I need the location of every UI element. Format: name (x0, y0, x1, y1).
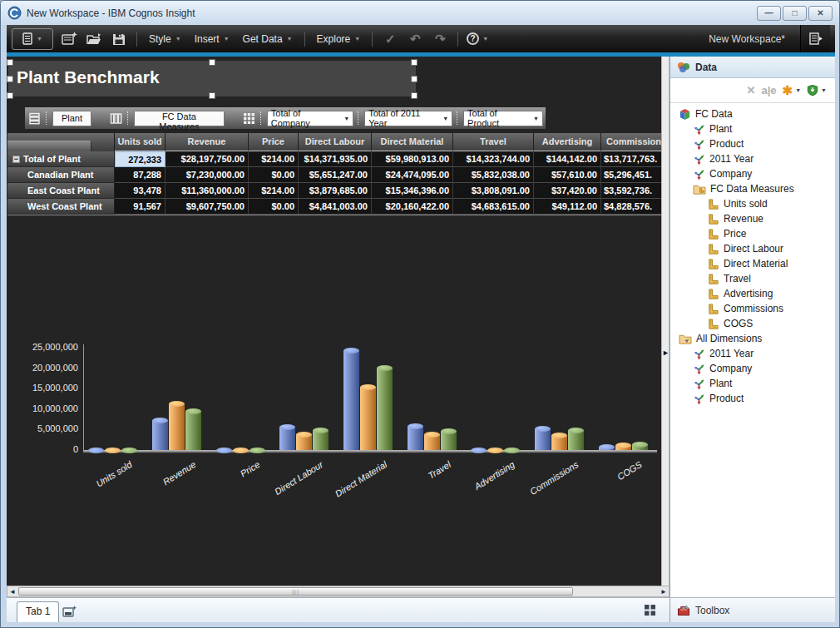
data-cell[interactable]: $3,879,685.00 (299, 183, 372, 199)
column-header[interactable]: Travel (453, 133, 534, 151)
data-cell[interactable]: $9,607,750.00 (166, 199, 249, 215)
maximize-button[interactable]: □ (783, 6, 807, 21)
selection-handle[interactable] (7, 76, 13, 82)
new-workspace-button[interactable] (60, 30, 78, 48)
toolbox-panel-header[interactable]: Toolbox (670, 597, 835, 622)
drag-grip[interactable] (46, 111, 48, 125)
column-header[interactable]: Units sold (115, 133, 166, 151)
data-cell[interactable]: $0.00 (249, 167, 299, 183)
new-calculation-icon[interactable]: ✱▼ (783, 83, 802, 98)
tab-1[interactable]: Tab 1 (17, 601, 59, 622)
tree-item-plant[interactable]: Plant (670, 376, 835, 391)
tree-item-travel[interactable]: Travel (670, 271, 835, 286)
rename-icon[interactable]: a|e (761, 84, 776, 96)
data-cell[interactable]: $7,230,000.00 (166, 167, 249, 183)
columns-dimension-button[interactable]: FC Data Measures (134, 111, 225, 126)
workspace-grid-button[interactable] (644, 604, 656, 616)
new-tab-button[interactable] (62, 605, 77, 619)
row-header[interactable]: −Total of Plant (7, 151, 115, 167)
data-cell[interactable]: $28,197,750.00 (166, 151, 249, 167)
row-header[interactable]: East Coast Plant (7, 183, 115, 199)
selection-handle[interactable] (411, 76, 418, 82)
column-header[interactable]: Commission (601, 133, 661, 151)
tree-item-company[interactable]: Company (670, 361, 835, 376)
rows-dimension-button[interactable]: Plant (52, 111, 91, 126)
chart[interactable]: 05,000,00010,000,00015,000,00020,000,000… (7, 338, 661, 529)
bar-canadian-plant[interactable] (343, 350, 359, 450)
workspace-canvas[interactable]: Plant Benchmark Plant (7, 57, 661, 586)
tree-item-plant[interactable]: Plant (670, 121, 835, 136)
tree-item-fc-data[interactable]: FC Data (670, 106, 835, 121)
bar-canadian-plant[interactable] (279, 427, 295, 450)
data-cell[interactable]: $37,420.00 (534, 183, 601, 199)
delete-icon[interactable]: ✕ (747, 84, 756, 96)
data-cell[interactable]: $13,717,763. (601, 151, 661, 167)
selection-handle[interactable] (209, 92, 215, 99)
data-cell[interactable]: $20,160,422.00 (372, 199, 453, 215)
title-widget[interactable]: Plant Benchmark (8, 61, 416, 96)
context-filter-company[interactable]: Total of Company▼ (267, 111, 354, 126)
column-header[interactable]: Direct Material (372, 133, 453, 151)
bar-east-coast-plant[interactable] (169, 403, 185, 450)
row-header[interactable]: West Coast Plant (7, 199, 115, 215)
window-titlebar[interactable]: New Workspace - IBM Cognos Insight — □ ✕ (1, 1, 839, 25)
data-cell[interactable]: 272,333 (115, 151, 166, 167)
import-icon[interactable]: ▼ (807, 84, 827, 96)
bar-west-coast-plant[interactable] (185, 411, 201, 450)
bar-canadian-plant[interactable] (152, 420, 168, 450)
scroll-right-arrow-icon[interactable]: ► (659, 587, 669, 596)
crosstab-corner[interactable] (7, 133, 115, 151)
drag-grip[interactable] (260, 111, 263, 125)
bar-canadian-plant[interactable] (408, 426, 423, 450)
close-button[interactable]: ✕ (808, 6, 833, 21)
context-filter-year[interactable]: Total of 2011 Year▼ (364, 111, 452, 126)
data-cell[interactable]: $4,828,576. (601, 199, 661, 215)
data-cell[interactable]: $3,808,091.00 (453, 183, 534, 199)
redo-button[interactable]: ↷ (431, 30, 449, 48)
expand-pane-arrow-icon[interactable]: ► (662, 349, 670, 357)
column-header[interactable]: Advertising (534, 133, 601, 151)
undo-button[interactable]: ↶ (406, 30, 424, 48)
commit-button[interactable]: ✓ (381, 30, 399, 48)
drag-grip[interactable] (127, 111, 130, 125)
data-cell[interactable]: $0.00 (249, 199, 299, 215)
data-cell[interactable]: $49,112.00 (534, 199, 601, 215)
tree-item-advertising[interactable]: Advertising (670, 286, 835, 301)
data-cell[interactable]: $59,980,913.00 (372, 151, 453, 167)
tree-item-all-dimensions[interactable]: All Dimensions (670, 331, 835, 346)
data-panel-header[interactable]: Data (670, 57, 835, 78)
data-cell[interactable]: $5,296,451. (601, 167, 661, 183)
data-cell[interactable]: $14,323,744.00 (453, 151, 534, 167)
tree-item-units-sold[interactable]: Units sold (670, 196, 835, 211)
help-button[interactable]: ? ▼ (467, 32, 488, 45)
vertical-scrollbar[interactable]: ► (661, 57, 670, 586)
menu-insert[interactable]: Insert▼ (191, 33, 233, 45)
selection-handle[interactable] (411, 92, 418, 99)
tree-item-direct-labour[interactable]: Direct Labour (670, 241, 835, 256)
menu-get-data[interactable]: Get Data▼ (240, 33, 296, 45)
horizontal-scrollbar[interactable]: ◄ ||| ► (7, 586, 670, 597)
data-cell[interactable]: $3,592,736. (601, 183, 661, 199)
tree-item-fc-data-measures[interactable]: FC Data Measures (670, 181, 835, 196)
selection-handle[interactable] (7, 92, 13, 99)
tree-item-company[interactable]: Company (670, 166, 835, 181)
scrollbar-thumb[interactable]: ||| (18, 587, 573, 596)
data-cell[interactable]: $24,474,095.00 (372, 167, 453, 183)
row-header[interactable]: Canadian Plant (7, 167, 115, 183)
application-menu-button[interactable]: ▼ (12, 28, 53, 50)
drag-grip[interactable] (358, 111, 360, 125)
data-cell[interactable]: $11,360,000.00 (166, 183, 249, 199)
data-cell[interactable]: 87,288 (115, 167, 166, 183)
tree-item-revenue[interactable]: Revenue (670, 211, 835, 226)
selection-handle[interactable] (209, 59, 215, 66)
data-cell[interactable]: $5,651,247.00 (299, 167, 372, 183)
tree-item-product[interactable]: Product (670, 391, 835, 406)
bar-west-coast-plant[interactable] (377, 368, 393, 450)
column-header[interactable]: Direct Labour (299, 133, 372, 151)
data-cell[interactable]: $5,832,038.00 (453, 167, 534, 183)
save-button[interactable] (110, 30, 128, 48)
data-cell[interactable]: $4,841,003.00 (299, 199, 372, 215)
menu-style[interactable]: Style▼ (146, 33, 185, 45)
collapse-icon[interactable]: − (12, 156, 20, 163)
drag-grip[interactable] (457, 111, 459, 125)
